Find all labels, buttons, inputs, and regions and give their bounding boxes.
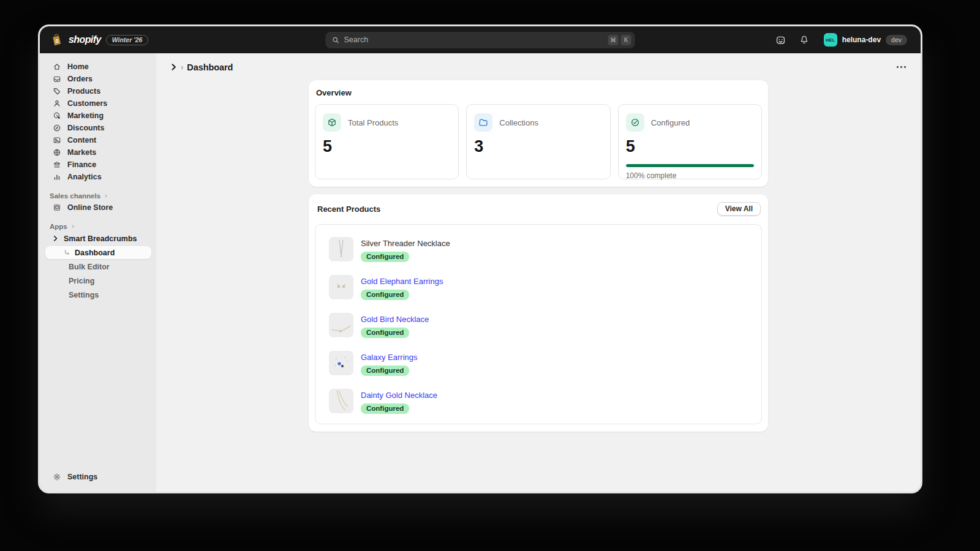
app-name-label: Smart Breadcrumbs (64, 234, 137, 243)
cmd-key: ⌘ (608, 35, 619, 45)
status-badge: Configured (361, 365, 409, 376)
product-thumbnail (329, 313, 353, 337)
globe-icon (53, 148, 61, 157)
stat-label: Configured (651, 118, 690, 127)
product-title-link[interactable]: Dainty Gold Necklace (361, 391, 437, 400)
gear-icon (53, 473, 61, 481)
product-row[interactable]: Silver Threader Necklace Configured (329, 237, 748, 262)
stat-value: 5 (626, 137, 754, 156)
sidebar-subitem-settings[interactable]: Settings (45, 288, 151, 301)
page-header: › Dashboard (156, 53, 921, 73)
section-label-text: Apps (50, 223, 67, 230)
shopify-logo[interactable]: S shopify Winter '26 (50, 33, 148, 47)
sidebar-collapse-icon[interactable] (167, 61, 179, 73)
product-title-link[interactable]: Galaxy Earrings (361, 353, 417, 362)
sidebar-item-label: Settings (67, 473, 97, 481)
sidebar-settings[interactable]: Settings (45, 471, 151, 483)
package-icon (323, 113, 341, 132)
search-input[interactable] (344, 36, 604, 44)
sidebar-subitem-bulk-editor[interactable]: Bulk Editor (45, 260, 151, 273)
sidebar-item-marketing[interactable]: Marketing (45, 110, 151, 122)
home-icon (53, 62, 61, 71)
search-bar[interactable]: ⌘ K (326, 32, 635, 48)
stat-total-products: Total Products 5 (315, 104, 459, 179)
sidebar-item-label: Content (67, 136, 96, 144)
sidebar-subitem-pricing[interactable]: Pricing (45, 274, 151, 287)
stat-label: Total Products (348, 118, 398, 127)
product-title: Silver Threader Necklace (361, 239, 450, 248)
product-row[interactable]: Gold Elephant Earrings Configured (329, 275, 748, 300)
product-thumbnail (329, 237, 353, 261)
sidebar-item-label: Products (67, 87, 100, 96)
chevron-right-icon (52, 235, 59, 242)
overflow-menu-icon[interactable] (894, 64, 908, 70)
page-title: Dashboard (187, 62, 233, 72)
sidebar-item-customers[interactable]: Customers (45, 97, 151, 110)
stat-label: Collections (499, 118, 538, 127)
topbar-actions: HEL heluna-dev dev (774, 31, 911, 48)
shopify-bag-icon: S (50, 33, 64, 47)
folder-icon (474, 113, 492, 132)
subitem-label: Dashboard (75, 249, 115, 257)
sidebar-item-home[interactable]: Home (45, 61, 151, 73)
sidebar-item-products[interactable]: Products (45, 85, 151, 97)
sidebar-subitem-dashboard[interactable]: Dashboard (45, 246, 151, 259)
product-row[interactable]: Dainty Gold Necklace Configured (329, 389, 748, 414)
product-thumbnail (329, 351, 353, 375)
image-icon (53, 136, 61, 144)
bar-chart-icon (53, 173, 61, 181)
section-label-text: Sales channels (50, 192, 100, 200)
progress-label: 100% complete (626, 171, 754, 180)
product-title-link[interactable]: Gold Elephant Earrings (361, 277, 443, 286)
search-shortcut: ⌘ K (608, 35, 631, 45)
tag-icon (53, 87, 61, 96)
storefront-icon (53, 203, 61, 212)
sidebar-item-label: Analytics (67, 173, 102, 181)
sidekick-icon[interactable] (774, 32, 788, 47)
product-row[interactable]: Galaxy Earrings Configured (329, 351, 748, 376)
overview-card: Overview Total Products 5 (309, 80, 768, 187)
sidebar-item-content[interactable]: Content (45, 134, 151, 146)
stat-value: 5 (323, 137, 451, 156)
stat-value: 3 (474, 137, 602, 156)
subitem-label: Bulk Editor (69, 263, 110, 271)
sidebar-item-online-store[interactable]: Online Store (45, 201, 151, 214)
sidebar-item-label: Marketing (67, 111, 104, 120)
product-thumbnail (329, 389, 353, 413)
global-search: ⌘ K (326, 32, 635, 48)
avatar: HEL (824, 33, 837, 47)
breadcrumb-separator: › (181, 62, 183, 72)
product-row[interactable]: Gold Bird Necklace Configured (329, 313, 748, 338)
product-thumbnail (329, 275, 353, 299)
apps-section[interactable]: Apps (40, 221, 156, 232)
status-badge: Configured (361, 403, 409, 414)
bank-icon (53, 160, 61, 169)
subitem-label: Pricing (69, 277, 94, 285)
version-badge: Winter '26 (106, 35, 149, 45)
sidebar-item-label: Home (67, 62, 89, 71)
sidebar-app-smart-breadcrumbs[interactable]: Smart Breadcrumbs (40, 232, 156, 245)
product-list: Silver Threader Necklace Configured Gold… (315, 224, 762, 424)
user-menu[interactable]: HEL heluna-dev dev (820, 31, 911, 48)
sidebar-item-analytics[interactable]: Analytics (45, 171, 151, 183)
discount-icon (53, 124, 61, 132)
product-title-link[interactable]: Gold Bird Necklace (361, 315, 429, 324)
person-icon (53, 99, 61, 108)
view-all-button[interactable]: View All (717, 202, 761, 216)
sidebar-item-orders[interactable]: Orders (45, 73, 151, 85)
sales-channels-section[interactable]: Sales channels (40, 190, 156, 201)
svg-text:S: S (55, 37, 59, 43)
notifications-bell-icon[interactable] (797, 32, 812, 47)
sidebar-item-label: Discounts (67, 124, 104, 132)
main-content: › Dashboard Overview Total Pro (156, 53, 921, 492)
elbow-arrow-icon (63, 249, 71, 257)
sidebar-item-markets[interactable]: Markets (45, 146, 151, 159)
app-window: S shopify Winter '26 ⌘ K (38, 24, 922, 493)
chevron-right-icon (104, 193, 108, 198)
k-key: K (621, 35, 631, 45)
progress-bar (626, 164, 754, 167)
subitem-label: Settings (69, 291, 99, 299)
sidebar-item-finance[interactable]: Finance (45, 159, 151, 171)
check-circle-icon (626, 113, 644, 132)
sidebar-item-discounts[interactable]: Discounts (45, 122, 151, 134)
